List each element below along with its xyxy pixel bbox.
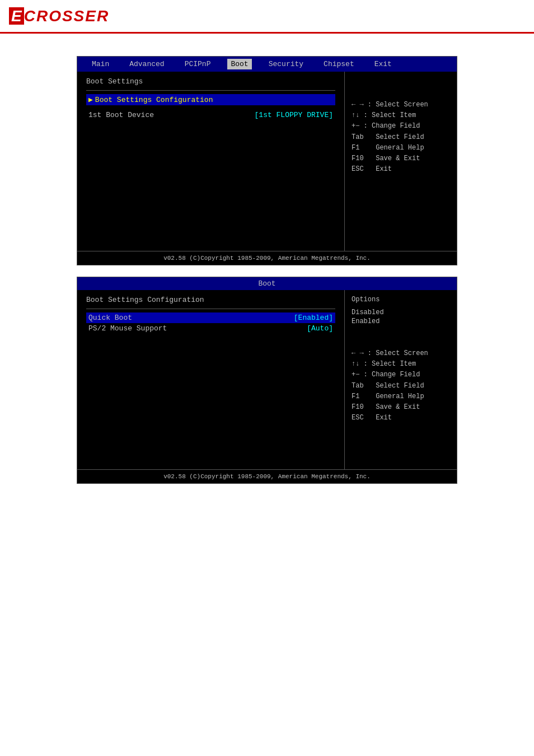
header: ECROSSER: [0, 0, 534, 34]
bios-right-2: Options Disabled Enabled ← → : Select Sc…: [345, 290, 457, 469]
selected-row-label-1: Boot Settings Configuration: [95, 96, 213, 104]
bios-row-1stboot[interactable]: 1st Boot Device [1st FLOPPY DRIVE]: [86, 110, 335, 120]
bios-screen-2: Boot Boot Settings Configuration Quick B…: [77, 277, 457, 484]
bios-footer-1: v02.58 (C)Copyright 1985-2009, American …: [77, 251, 457, 265]
bios-right-1: ← → : Select Screen ↑↓ : Select Item +− …: [345, 72, 457, 251]
row-value-ps2: [Auto]: [307, 324, 333, 333]
bios-left-1: Boot Settings ▶ Boot Settings Configurat…: [77, 72, 345, 251]
option-enabled[interactable]: Enabled: [352, 317, 450, 326]
help-line-6: F10 Save & Exit: [352, 153, 450, 164]
help2-line-3: +− : Change Field: [352, 370, 450, 380]
help2-line-2: ↑↓ : Select Item: [352, 359, 450, 370]
logo: ECROSSER: [9, 7, 109, 25]
bios-row-ps2[interactable]: PS/2 Mouse Support [Auto]: [86, 323, 335, 334]
section-title-1: Boot Settings: [86, 77, 335, 86]
bios-row-quickboot[interactable]: Quick Boot [Enabled]: [86, 312, 335, 323]
help2-line-1: ← → : Select Screen: [352, 348, 450, 359]
row-label-ps2: PS/2 Mouse Support: [88, 324, 167, 333]
menu-main[interactable]: Main: [88, 59, 113, 69]
arrow-icon: ▶: [88, 95, 93, 104]
bios-menubar-1: Main Advanced PCIPnP Boot Security Chips…: [77, 57, 457, 72]
help2-line-5: F1 General Help: [352, 391, 450, 402]
bios-body-1: Boot Settings ▶ Boot Settings Configurat…: [77, 72, 457, 251]
help-line-7: ESC Exit: [352, 164, 450, 175]
bios-footer-2: v02.58 (C)Copyright 1985-2009, American …: [77, 469, 457, 483]
menu-exit[interactable]: Exit: [371, 59, 395, 69]
section-title-2: Boot Settings Configuration: [86, 296, 335, 304]
logo-e: E: [9, 7, 24, 25]
bios-body-2: Boot Settings Configuration Quick Boot […: [77, 290, 457, 469]
help-line-5: F1 General Help: [352, 143, 450, 153]
row-label-1stboot: 1st Boot Device: [88, 111, 154, 119]
bios-screen-1: Main Advanced PCIPnP Boot Security Chips…: [77, 56, 457, 265]
bios-titlebar-2: Boot: [77, 277, 457, 290]
menu-security[interactable]: Security: [265, 59, 307, 69]
help-line-4: Tab Select Field: [352, 132, 450, 143]
options-title: Options: [352, 296, 450, 304]
bios-help-2: ← → : Select Screen ↑↓ : Select Item +− …: [352, 348, 450, 423]
menu-pcipnp[interactable]: PCIPnP: [181, 59, 214, 69]
bios-help-1: ← → : Select Screen ↑↓ : Select Item +− …: [352, 100, 450, 175]
menu-chipset[interactable]: Chipset: [320, 59, 358, 69]
row-value-1stboot: [1st FLOPPY DRIVE]: [255, 111, 333, 119]
menu-boot[interactable]: Boot: [227, 59, 251, 69]
help2-line-4: Tab Select Field: [352, 381, 450, 391]
menu-advanced[interactable]: Advanced: [126, 59, 167, 69]
selected-row-1[interactable]: ▶ Boot Settings Configuration: [86, 94, 335, 105]
logo-text: CROSSER: [24, 7, 109, 25]
option-disabled[interactable]: Disabled: [352, 308, 450, 317]
row-label-quickboot: Quick Boot: [88, 314, 132, 322]
row-value-quickboot: [Enabled]: [294, 314, 333, 322]
help-line-1: ← → : Select Screen: [352, 100, 450, 110]
help-line-2: ↑↓ : Select Item: [352, 110, 450, 121]
help2-line-6: F10 Save & Exit: [352, 402, 450, 413]
help2-line-7: ESC Exit: [352, 413, 450, 423]
page-content: Main Advanced PCIPnP Boot Security Chips…: [0, 34, 534, 506]
help-line-3: +− : Change Field: [352, 121, 450, 132]
bios-left-2: Boot Settings Configuration Quick Boot […: [77, 290, 345, 469]
